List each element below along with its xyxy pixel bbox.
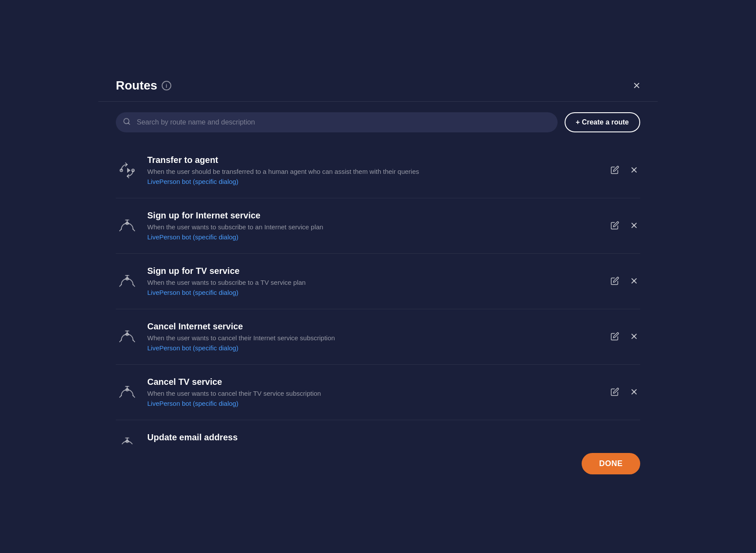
done-button[interactable]: DONE (582, 453, 640, 474)
edit-route-button[interactable] (609, 275, 621, 288)
table-row-partial: Update email address (116, 420, 640, 444)
svg-line-1 (128, 123, 129, 124)
routes-modal: Routes i × + Create a route (98, 66, 658, 487)
route-actions (609, 164, 640, 177)
route-info-partial: Update email address (147, 432, 640, 444)
route-actions (609, 386, 640, 399)
route-description: When the user wants to cancel their Inte… (147, 334, 600, 342)
route-actions (609, 330, 640, 344)
route-info: Transfer to agent When the user should b… (147, 155, 600, 186)
route-icon-internet (116, 214, 139, 237)
search-bar-row: + Create a route (98, 102, 658, 143)
route-actions (609, 219, 640, 233)
edit-route-button[interactable] (609, 164, 621, 177)
search-input[interactable] (116, 112, 558, 132)
route-icon-tv (116, 270, 139, 293)
route-name: Transfer to agent (147, 155, 600, 165)
modal-header: Routes i × (98, 66, 658, 102)
route-link[interactable]: LivePerson bot (specific dialog) (147, 178, 238, 185)
route-icon-partial (116, 432, 139, 444)
edit-route-button[interactable] (609, 219, 621, 233)
route-info: Sign up for Internet service When the us… (147, 211, 600, 241)
edit-route-button[interactable] (609, 386, 621, 399)
route-icon-transfer (116, 159, 139, 182)
route-link[interactable]: LivePerson bot (specific dialog) (147, 233, 238, 241)
modal-footer: DONE (98, 444, 658, 487)
delete-route-button[interactable] (628, 164, 640, 177)
delete-route-button[interactable] (628, 386, 640, 399)
modal-close-button[interactable]: × (633, 79, 640, 92)
route-icon-cancel-internet (116, 325, 139, 348)
edit-route-button[interactable] (609, 330, 621, 344)
modal-title: Routes (116, 79, 157, 93)
info-icon[interactable]: i (162, 81, 171, 90)
route-icon-cancel-tv (116, 381, 139, 404)
route-info: Cancel Internet service When the user wa… (147, 321, 600, 352)
table-row: Cancel Internet service When the user wa… (116, 309, 640, 365)
routes-list: Transfer to agent When the user should b… (98, 143, 658, 444)
svg-marker-4 (127, 168, 131, 173)
route-description: When the user wants to subscribe to a TV… (147, 279, 600, 286)
route-name: Sign up for Internet service (147, 211, 600, 221)
route-link[interactable]: LivePerson bot (specific dialog) (147, 400, 238, 407)
title-group: Routes i (116, 79, 171, 93)
delete-route-button[interactable] (628, 219, 640, 233)
table-row: Cancel TV service When the user wants to… (116, 365, 640, 420)
route-description: When the user should be transferred to a… (147, 168, 600, 175)
route-name: Sign up for TV service (147, 266, 600, 276)
route-description: When the user wants to subscribe to an I… (147, 223, 600, 231)
table-row: Sign up for Internet service When the us… (116, 198, 640, 254)
delete-route-button[interactable] (628, 275, 640, 288)
route-description: When the user wants to cancel their TV s… (147, 390, 600, 397)
route-name-partial: Update email address (147, 432, 640, 442)
table-row: Transfer to agent When the user should b… (116, 143, 640, 198)
route-actions (609, 275, 640, 288)
route-name: Cancel Internet service (147, 321, 600, 332)
route-info: Cancel TV service When the user wants to… (147, 377, 600, 408)
create-route-button[interactable]: + Create a route (565, 112, 640, 132)
route-link[interactable]: LivePerson bot (specific dialog) (147, 289, 238, 296)
route-link[interactable]: LivePerson bot (specific dialog) (147, 344, 238, 352)
table-row: Sign up for TV service When the user wan… (116, 254, 640, 309)
search-input-wrapper (116, 112, 558, 132)
route-info: Sign up for TV service When the user wan… (147, 266, 600, 297)
search-icon (123, 118, 131, 128)
route-name: Cancel TV service (147, 377, 600, 387)
delete-route-button[interactable] (628, 330, 640, 344)
